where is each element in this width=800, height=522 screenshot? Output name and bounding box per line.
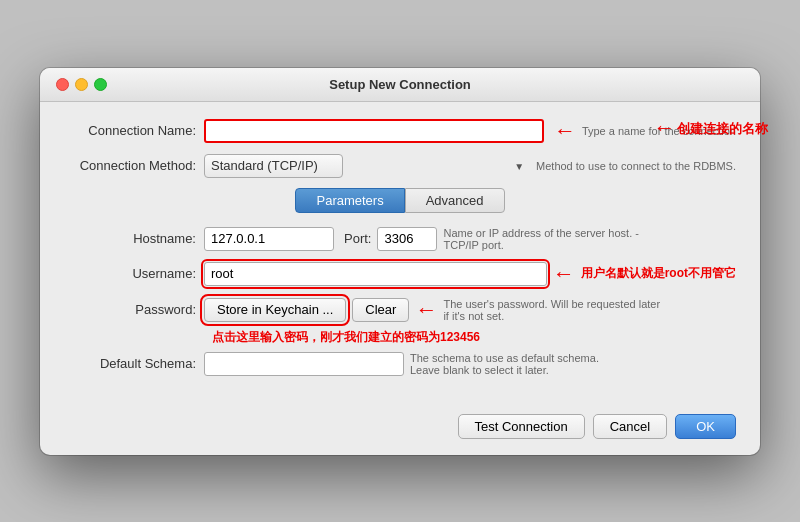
default-schema-control: The schema to use as default schema. Lea… xyxy=(204,352,736,376)
default-schema-hint: The schema to use as default schema. Lea… xyxy=(410,352,630,376)
close-button[interactable] xyxy=(56,78,69,91)
connection-name-control: ← Type a name for the connection xyxy=(204,118,736,144)
maximize-button[interactable] xyxy=(94,78,107,91)
arrow-icon: ← xyxy=(554,118,576,144)
password-annotation: 点击这里输入密码，刚才我们建立的密码为123456 xyxy=(212,329,736,346)
title-bar: Setup New Connection xyxy=(40,68,760,102)
username-control: ← 用户名默认就是root不用管它 xyxy=(204,261,736,287)
connection-method-control: Standard (TCP/IP) ▼ Method to use to con… xyxy=(204,154,736,178)
hostname-label: Hostname: xyxy=(64,231,204,246)
connection-method-row: Connection Method: Standard (TCP/IP) ▼ M… xyxy=(64,154,736,178)
tab-parameters[interactable]: Parameters xyxy=(295,188,404,213)
password-arrow-icon: ← xyxy=(415,297,437,323)
hostname-control: Port: Name or IP address of the server h… xyxy=(204,227,736,251)
connection-method-wrapper: Standard (TCP/IP) ▼ xyxy=(204,154,530,178)
default-schema-input[interactable] xyxy=(204,352,404,376)
cancel-button[interactable]: Cancel xyxy=(593,414,667,439)
username-arrow-icon: ← xyxy=(553,261,575,287)
dialog-footer: Test Connection Cancel OK xyxy=(40,402,760,455)
default-schema-label: Default Schema: xyxy=(64,356,204,371)
password-control: Store in Keychain ... Clear ← The user's… xyxy=(204,297,736,323)
password-row: Password: Store in Keychain ... Clear ← … xyxy=(64,297,736,323)
username-label: Username: xyxy=(64,266,204,281)
username-input[interactable] xyxy=(204,262,547,286)
connection-method-select[interactable]: Standard (TCP/IP) xyxy=(204,154,343,178)
username-hint: 用户名默认就是root不用管它 xyxy=(581,265,736,282)
tab-bar: Parameters Advanced xyxy=(64,188,736,213)
hostname-hint: Name or IP address of the server host. -… xyxy=(443,227,663,251)
select-arrow-icon: ▼ xyxy=(514,160,524,171)
hostname-input[interactable] xyxy=(204,227,334,251)
dialog-body: Connection Name: ← Type a name for the c… xyxy=(40,102,760,402)
setup-dialog: Setup New Connection Connection Name: ← … xyxy=(40,68,760,455)
test-connection-button[interactable]: Test Connection xyxy=(458,414,585,439)
tab-advanced[interactable]: Advanced xyxy=(405,188,505,213)
traffic-lights xyxy=(56,78,107,91)
ok-button[interactable]: OK xyxy=(675,414,736,439)
connection-name-label: Connection Name: xyxy=(64,123,204,138)
default-schema-row: Default Schema: The schema to use as def… xyxy=(64,352,736,376)
port-input[interactable] xyxy=(377,227,437,251)
username-row: Username: ← 用户名默认就是root不用管它 xyxy=(64,261,736,287)
store-in-keychain-button[interactable]: Store in Keychain ... xyxy=(204,298,346,322)
password-label: Password: xyxy=(64,302,204,317)
minimize-button[interactable] xyxy=(75,78,88,91)
dialog-title: Setup New Connection xyxy=(329,77,471,92)
port-label: Port: xyxy=(344,231,371,246)
connection-name-input[interactable] xyxy=(204,119,544,143)
connection-name-hint: Type a name for the connection xyxy=(582,125,736,137)
connection-method-hint: Method to use to connect to the RDBMS. xyxy=(536,160,736,172)
password-hint: The user's password. Will be requested l… xyxy=(443,298,663,322)
hostname-row: Hostname: Port: Name or IP address of th… xyxy=(64,227,736,251)
connection-name-row: Connection Name: ← Type a name for the c… xyxy=(64,118,736,144)
connection-method-label: Connection Method: xyxy=(64,158,204,173)
clear-password-button[interactable]: Clear xyxy=(352,298,409,322)
password-annotation-text: 点击这里输入密码，刚才我们建立的密码为123456 xyxy=(212,330,480,344)
